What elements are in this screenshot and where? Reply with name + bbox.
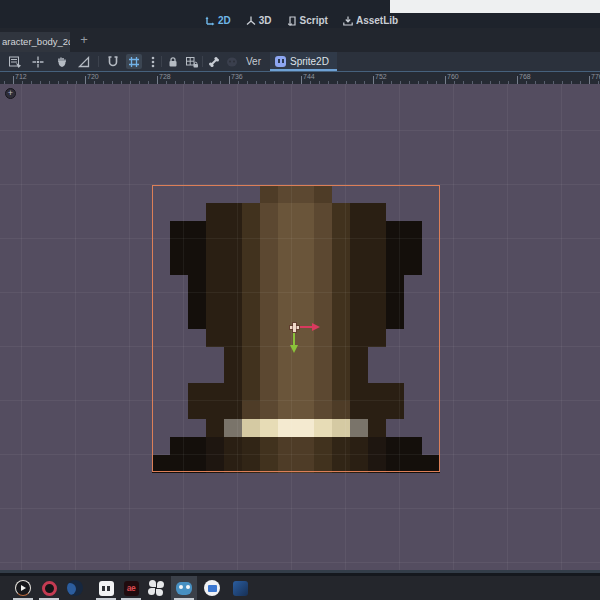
gridline	[453, 84, 454, 570]
gridline	[0, 562, 600, 563]
add-scene-tab-button[interactable]: +	[76, 31, 92, 49]
gridline	[21, 84, 22, 570]
grid-snap-icon	[127, 55, 141, 69]
ruler-icon	[77, 55, 91, 69]
toolbar-separator	[161, 56, 162, 67]
ruler-tick-label: 760	[447, 73, 459, 80]
ruler-tick-label: 720	[87, 73, 99, 80]
moon-browser-icon	[67, 580, 83, 596]
panel-app-icon	[99, 581, 114, 596]
gridline	[0, 508, 600, 509]
godot-icon	[176, 582, 192, 595]
x-axis-handle[interactable]	[300, 326, 312, 328]
taskbar-panel-app[interactable]	[93, 576, 119, 600]
gridline	[507, 84, 508, 570]
assetlib-icon	[343, 16, 353, 26]
selection-rect[interactable]	[152, 185, 440, 472]
taskbar-media-player[interactable]	[10, 576, 36, 600]
horizontal-ruler[interactable]: 712720728736744752760768776	[0, 71, 600, 84]
group-lock-button[interactable]	[184, 54, 200, 69]
script-icon	[287, 16, 297, 26]
files-app-icon	[204, 580, 220, 596]
after-effects-icon: ae	[124, 581, 139, 596]
ruler-tick-label: 712	[15, 73, 27, 80]
view-menu-button[interactable]: Ver	[242, 54, 265, 69]
lock-node-button[interactable]	[165, 54, 181, 69]
list-select-tool-button[interactable]	[7, 54, 23, 69]
taskbar-after-effects[interactable]: ae	[118, 576, 144, 600]
pan-hand-icon	[55, 55, 69, 69]
ruler-tick-label: 776	[591, 73, 600, 80]
taskbar-powershell[interactable]	[227, 576, 253, 600]
move-cross-icon[interactable]	[293, 323, 296, 332]
godot-dim-icon	[225, 55, 239, 69]
workspace-script-label: Script	[300, 15, 328, 26]
edit-pivot-icon	[31, 55, 45, 69]
ruler-tick-label: 728	[159, 73, 171, 80]
view-origin-marker: +	[5, 88, 16, 99]
gridline	[75, 84, 76, 570]
edit-pivot-tool-button[interactable]	[30, 54, 46, 69]
taskbar-files-app[interactable]	[199, 576, 225, 600]
scene-tab-character-body-2d[interactable]: aracter_body_2d	[0, 32, 70, 52]
workspace-2d-button[interactable]: 2D	[205, 15, 231, 26]
media-player-icon	[15, 580, 31, 596]
taskbar-godot[interactable]	[171, 576, 197, 600]
canvas-toolbar: Ver Sprite2D	[0, 52, 600, 71]
taskbar-pinwheel-app[interactable]	[143, 576, 169, 600]
y-axis-handle[interactable]	[293, 333, 295, 345]
os-taskbar: ae	[0, 576, 600, 600]
3d-icon	[246, 16, 256, 26]
ruler-tick-label: 744	[303, 73, 315, 80]
gridline	[0, 130, 600, 131]
bone-icon	[207, 55, 221, 69]
2d-viewport[interactable]: +	[0, 84, 600, 570]
workspace-assetlib-button[interactable]: AssetLib	[343, 15, 398, 26]
godot-dim-button[interactable]	[224, 54, 240, 69]
sprite2d-node-icon	[275, 56, 286, 67]
workspace-3d-button[interactable]: 3D	[246, 15, 272, 26]
lock-icon	[166, 55, 180, 69]
list-select-icon	[8, 55, 22, 69]
group-lock-icon	[185, 55, 199, 69]
snap-options-button[interactable]	[145, 54, 161, 69]
scene-tab-bar: aracter_body_2d +	[0, 28, 600, 52]
gridline	[561, 84, 562, 570]
toolbar-separator	[202, 56, 203, 67]
opera-browser-icon	[42, 581, 57, 596]
background-window-patch	[390, 0, 600, 13]
skeleton-options-button[interactable]	[206, 54, 222, 69]
sprite2d-menu-button[interactable]: Sprite2D	[270, 52, 337, 71]
workspace-3d-label: 3D	[259, 15, 272, 26]
pan-tool-button[interactable]	[54, 54, 70, 69]
workspace-assetlib-label: AssetLib	[356, 15, 398, 26]
ruler-tick-label: 768	[519, 73, 531, 80]
smart-snap-icon	[106, 55, 120, 69]
x-axis-arrow-icon[interactable]	[312, 323, 320, 331]
workspace-2d-label: 2D	[218, 15, 231, 26]
gridline	[129, 84, 130, 570]
godot-editor-screen: 2D 3D Script AssetLib aracter_body_2d +	[0, 0, 600, 600]
workspace-script-button[interactable]: Script	[287, 15, 328, 26]
2d-icon	[205, 16, 215, 26]
sprite2d-menu-label: Sprite2D	[290, 56, 329, 67]
grid-snap-button[interactable]	[126, 54, 142, 69]
workspace-switcher: 2D 3D Script AssetLib	[205, 13, 398, 28]
powershell-icon	[233, 581, 248, 596]
pinwheel-app-icon	[148, 580, 164, 596]
ruler-tick-label: 752	[375, 73, 387, 80]
snap-options-dots-icon	[146, 55, 160, 69]
toolbar-separator	[98, 56, 99, 67]
ruler-tool-button[interactable]	[76, 54, 92, 69]
ruler-tick-label: 736	[231, 73, 243, 80]
y-axis-arrow-icon[interactable]	[290, 345, 298, 353]
smart-snap-button[interactable]	[105, 54, 121, 69]
taskbar-opera-browser[interactable]	[36, 576, 62, 600]
taskbar-moon-browser[interactable]	[62, 576, 88, 600]
